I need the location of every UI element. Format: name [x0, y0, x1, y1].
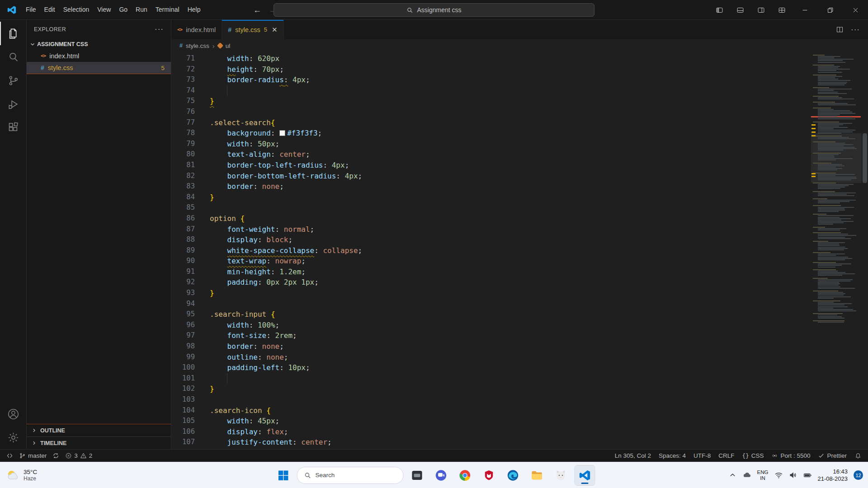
code-line[interactable]: 96 width: 100%; [171, 320, 868, 331]
line-number[interactable]: 105 [171, 416, 210, 427]
encoding-status[interactable]: UTF-8 [693, 452, 711, 459]
toggle-panel-bottom-icon[interactable] [730, 0, 750, 20]
menu-item-selection[interactable]: Selection [59, 3, 94, 16]
volume-icon[interactable] [789, 471, 797, 479]
close-tab-icon[interactable]: ✕ [272, 26, 278, 34]
code-line[interactable]: 85 [171, 202, 868, 213]
code-line[interactable]: 84} [171, 192, 868, 203]
code-line[interactable]: 83 border: none; [171, 181, 868, 192]
menu-item-help[interactable]: Help [184, 3, 205, 16]
cat-app-icon[interactable] [551, 465, 571, 486]
sync-changes[interactable] [52, 452, 59, 459]
line-number[interactable]: 98 [171, 341, 210, 352]
code-line[interactable]: 90 text-wrap: nowrap; [171, 256, 868, 267]
line-number[interactable]: 79 [171, 139, 210, 150]
restore-button[interactable] [817, 0, 843, 20]
code-line[interactable]: 100 padding-left: 10px; [171, 362, 868, 373]
line-number[interactable]: 102 [171, 384, 210, 394]
menu-item-edit[interactable]: Edit [40, 3, 59, 16]
file-item-style-css[interactable]: # style.css 5 [27, 62, 171, 74]
line-number[interactable]: 90 [171, 256, 210, 267]
command-center-search[interactable]: Assignment css [274, 3, 594, 17]
line-number[interactable]: 86 [171, 213, 210, 224]
timeline-section-header[interactable]: TIMELINE [27, 436, 171, 449]
live-server-port[interactable]: Port : 5500 [771, 452, 810, 459]
file-explorer-icon[interactable] [527, 465, 547, 486]
git-branch-status[interactable]: master [19, 452, 47, 459]
breadcrumb-file[interactable]: style.css [186, 42, 209, 49]
chevron-up-icon[interactable] [728, 471, 737, 479]
menu-item-go[interactable]: Go [115, 3, 132, 16]
code-line[interactable]: 106 display: flex; [171, 427, 868, 437]
line-number[interactable]: 96 [171, 320, 210, 331]
explorer-icon[interactable] [0, 22, 26, 45]
code-line[interactable]: 72 height: 70px; [171, 64, 868, 75]
code-line[interactable]: 89 white-space-collapse: collapse; [171, 245, 868, 256]
scrollbar-thumb[interactable] [863, 133, 867, 183]
toggle-panel-left-icon[interactable] [709, 0, 730, 20]
code-line[interactable]: 98 border: none; [171, 341, 868, 352]
customize-layout-icon[interactable] [771, 0, 792, 20]
breadcrumb-symbol[interactable]: ul [226, 42, 231, 49]
line-number[interactable]: 97 [171, 330, 210, 341]
toggle-panel-right-icon[interactable] [750, 0, 771, 20]
battery-icon[interactable] [803, 471, 812, 479]
line-number[interactable]: 104 [171, 405, 210, 416]
line-number[interactable]: 81 [171, 160, 210, 171]
weather-widget[interactable]: 35°C Haze [0, 469, 37, 482]
language-switcher[interactable]: ENG IN [757, 469, 769, 481]
line-number[interactable]: 91 [171, 267, 210, 277]
code-line[interactable]: 95.search-input { [171, 309, 868, 320]
code-line[interactable]: 82 border-bottom-left-radius: 4px; [171, 171, 868, 182]
menu-item-run[interactable]: Run [132, 3, 151, 16]
code-line[interactable]: 92 padding: 0px 2px 1px; [171, 277, 868, 288]
code-line[interactable]: 88 display: block; [171, 235, 868, 245]
line-number[interactable]: 99 [171, 352, 210, 363]
code-line[interactable]: 102} [171, 384, 868, 394]
code-line[interactable]: 107 justify-content: center; [171, 437, 868, 448]
close-button[interactable] [843, 0, 868, 20]
line-number[interactable]: 71 [171, 53, 210, 64]
code-line[interactable]: 104.search-icon { [171, 405, 868, 416]
minimize-button[interactable] [792, 0, 817, 20]
code-line[interactable]: 71 width: 620px [171, 53, 868, 64]
taskbar-search-box[interactable]: Search [297, 467, 404, 484]
wifi-icon[interactable] [774, 471, 783, 479]
line-number[interactable]: 106 [171, 427, 210, 437]
code-line[interactable]: 74 [171, 85, 868, 96]
line-number[interactable]: 83 [171, 181, 210, 192]
code-line[interactable]: 78 background: #f3f3f3; [171, 128, 868, 139]
language-mode[interactable]: {}CSS [742, 452, 764, 459]
line-number[interactable]: 94 [171, 299, 210, 310]
explorer-more-actions-icon[interactable]: ··· [155, 25, 164, 34]
extensions-icon[interactable] [0, 116, 26, 139]
code-line[interactable]: 81 border-top-left-radius: 4px; [171, 160, 868, 171]
line-number[interactable]: 92 [171, 277, 210, 288]
workspace-folder-row[interactable]: ASSIGNMENT CSS [27, 38, 171, 50]
editor-more-actions-icon[interactable]: ··· [851, 25, 860, 34]
search-view-icon[interactable] [0, 45, 26, 69]
clock-widget[interactable]: 16:43 21-08-2023 [818, 468, 848, 483]
tab-index-html[interactable]: <> index.html [171, 20, 222, 39]
minimap[interactable] [811, 52, 862, 449]
line-number[interactable]: 85 [171, 202, 210, 213]
line-number[interactable]: 73 [171, 75, 210, 85]
code-editor[interactable]: 71 width: 620px72 height: 70px;73 border… [171, 52, 868, 449]
line-number[interactable]: 84 [171, 192, 210, 203]
outline-section-header[interactable]: OUTLINE [27, 424, 171, 436]
vertical-scrollbar[interactable] [862, 52, 868, 449]
indentation-status[interactable]: Spaces: 4 [659, 452, 686, 459]
remote-indicator[interactable] [6, 452, 13, 459]
problems-status[interactable]: 3 2 [65, 452, 92, 459]
bell-icon[interactable] [854, 452, 862, 460]
code-line[interactable]: 101 [171, 373, 868, 384]
vscode-taskbar-icon[interactable] [575, 465, 595, 486]
color-swatch[interactable] [279, 130, 285, 136]
code-line[interactable]: 76 [171, 107, 868, 117]
split-editor-icon[interactable] [836, 26, 844, 33]
run-debug-icon[interactable] [0, 92, 26, 116]
line-number[interactable]: 76 [171, 107, 210, 117]
code-line[interactable]: 93} [171, 288, 868, 299]
line-number[interactable]: 103 [171, 394, 210, 405]
menu-item-view[interactable]: View [93, 3, 115, 16]
